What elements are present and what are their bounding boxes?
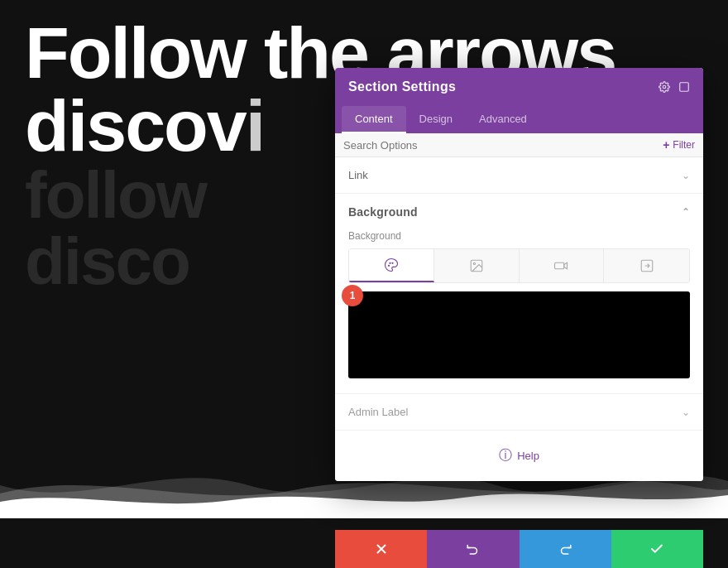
search-bar: + Filter bbox=[335, 133, 703, 157]
image-type-button[interactable] bbox=[434, 249, 520, 282]
help-circle-icon: ⓘ bbox=[499, 447, 512, 465]
background-section-title: Background bbox=[348, 205, 418, 219]
background-label: Background bbox=[335, 227, 703, 248]
svg-rect-1 bbox=[680, 83, 689, 92]
panel-header-icons bbox=[659, 81, 690, 93]
settings-icon[interactable] bbox=[659, 81, 670, 93]
admin-label-text: Admin Label bbox=[348, 406, 408, 418]
panel-body: + Filter Link ⌄ Background ⌃ Background bbox=[335, 133, 703, 481]
color-badge[interactable]: 1 bbox=[342, 285, 363, 306]
color-type-button[interactable] bbox=[349, 249, 434, 282]
panel-title: Section Settings bbox=[348, 79, 456, 94]
filter-plus-icon: + bbox=[663, 138, 669, 152]
search-input[interactable] bbox=[343, 139, 663, 152]
tab-advanced[interactable]: Advanced bbox=[466, 106, 540, 133]
svg-point-0 bbox=[663, 85, 666, 89]
svg-point-4 bbox=[391, 262, 393, 264]
background-section: Background ⌃ Background bbox=[335, 194, 703, 394]
background-chevron-up-icon: ⌃ bbox=[682, 206, 690, 218]
bg-subheadline-text: discovi bbox=[25, 89, 264, 162]
expand-icon[interactable] bbox=[678, 81, 690, 93]
color-preview-box[interactable] bbox=[348, 291, 690, 378]
link-label: Link bbox=[348, 169, 368, 181]
svg-point-6 bbox=[473, 262, 475, 264]
svg-marker-8 bbox=[564, 262, 568, 269]
admin-label-row[interactable]: Admin Label ⌄ bbox=[335, 394, 703, 431]
tab-design[interactable]: Design bbox=[406, 106, 466, 133]
svg-rect-7 bbox=[555, 262, 564, 269]
background-type-selector bbox=[348, 248, 690, 283]
color-badge-number: 1 bbox=[350, 290, 356, 301]
link-chevron-icon: ⌄ bbox=[682, 170, 690, 181]
bg-echo1: follow bbox=[25, 162, 206, 229]
color-preview-area[interactable]: 1 bbox=[348, 291, 690, 378]
svg-point-3 bbox=[389, 262, 390, 264]
redo-button[interactable] bbox=[520, 530, 611, 568]
background-section-header[interactable]: Background ⌃ bbox=[335, 194, 703, 227]
panel-tabs: Content Design Advanced bbox=[335, 106, 703, 133]
admin-label-chevron-icon: ⌄ bbox=[682, 407, 690, 418]
undo-button[interactable] bbox=[427, 530, 519, 568]
filter-label: Filter bbox=[673, 139, 695, 151]
filter-button[interactable]: + Filter bbox=[663, 138, 695, 152]
cancel-button[interactable] bbox=[335, 530, 427, 568]
section-settings-panel: Section Settings Content Design Advanced bbox=[335, 68, 703, 481]
slider-type-button[interactable] bbox=[604, 249, 689, 282]
bg-echo2: disco bbox=[25, 229, 189, 295]
save-button[interactable] bbox=[611, 530, 703, 568]
svg-point-2 bbox=[388, 265, 390, 267]
link-section-row[interactable]: Link ⌄ bbox=[335, 157, 703, 194]
video-type-button[interactable] bbox=[520, 249, 605, 282]
tab-content[interactable]: Content bbox=[342, 106, 406, 133]
help-row[interactable]: ⓘ Help bbox=[335, 431, 703, 481]
help-text: Help bbox=[517, 450, 539, 462]
bottom-action-bar bbox=[335, 530, 703, 568]
panel-header: Section Settings bbox=[335, 68, 703, 106]
